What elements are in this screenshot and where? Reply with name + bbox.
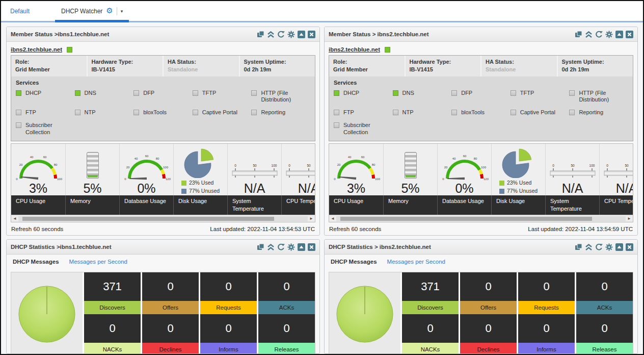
gear-icon[interactable] bbox=[605, 243, 613, 251]
scrollbar-track[interactable] bbox=[18, 216, 308, 221]
stat-value: 0 bbox=[258, 314, 315, 343]
duplicate-icon[interactable] bbox=[575, 243, 582, 251]
svg-text:100: 100 bbox=[375, 178, 381, 181]
duplicate-icon[interactable] bbox=[257, 31, 264, 38]
gauge-value: 3% bbox=[347, 182, 365, 195]
dashboard-tab-bar: Default DHCP Watcher ⚙ ▾ bbox=[1, 1, 643, 22]
collapse-icon[interactable] bbox=[267, 243, 275, 251]
collapse-icon[interactable] bbox=[585, 31, 593, 38]
scroll-left-icon[interactable]: ◄ bbox=[331, 217, 335, 221]
gauge-needle bbox=[447, 178, 465, 180]
service-label: HTTP (File Distribution) bbox=[579, 90, 628, 104]
service-label: HTTP (File Distribution) bbox=[261, 90, 310, 104]
gauge-value: 0% bbox=[455, 182, 473, 195]
svg-text:60: 60 bbox=[145, 155, 148, 158]
service-ftp: FTP bbox=[334, 109, 393, 116]
tab-messages-per-second[interactable]: Messages per Second bbox=[69, 259, 127, 265]
tab-dhcp-messages[interactable]: DHCP Messages bbox=[331, 259, 377, 265]
info-value: Standalone bbox=[486, 66, 553, 73]
svg-text:120: 120 bbox=[165, 178, 171, 181]
svg-text:20: 20 bbox=[126, 166, 129, 169]
horizontal-scrollbar[interactable]: ◄ ► bbox=[11, 215, 315, 222]
dhcp-messages-pie-icon bbox=[335, 284, 395, 344]
info-value: 0d 2h 19m bbox=[244, 66, 311, 73]
scroll-right-icon[interactable]: ► bbox=[627, 217, 631, 221]
legend-unused-label: 77% Unused bbox=[507, 187, 538, 195]
dhcp-messages-block: 371 0 0 0 Discovers Offers Requests ACKs… bbox=[329, 272, 633, 354]
minimize-icon[interactable] bbox=[615, 31, 623, 38]
refresh-icon[interactable] bbox=[277, 31, 285, 38]
panel-title: Member Status > ibns2.techblue.net bbox=[329, 31, 575, 37]
collapse-icon[interactable] bbox=[267, 31, 275, 38]
last-updated-text: Last updated: 2022-11-04 13:54:53 UTC bbox=[210, 226, 315, 232]
svg-text:20: 20 bbox=[19, 163, 23, 166]
gauge-value: 3% bbox=[29, 182, 47, 195]
info-cell-ha: HA Status:Standalone bbox=[481, 56, 557, 77]
legend-used-swatch-icon bbox=[181, 181, 186, 186]
service-label: Reporting bbox=[579, 109, 603, 116]
last-updated-text: Last updated: 2022-11-04 13:54:59 UTC bbox=[528, 226, 633, 232]
refresh-icon[interactable] bbox=[277, 243, 285, 251]
gauge-label: System Temperature bbox=[227, 195, 281, 215]
scroll-left-icon[interactable]: ◄ bbox=[13, 217, 17, 221]
stat-label: ACKs bbox=[258, 301, 315, 314]
service-tftp: TFTP bbox=[193, 90, 252, 104]
tab-dhcp-messages[interactable]: DHCP Messages bbox=[13, 259, 59, 265]
member-link[interactable]: ibns2.techblue.net bbox=[329, 46, 380, 53]
minimize-icon[interactable] bbox=[298, 243, 305, 251]
tab-dhcp-watcher[interactable]: DHCP Watcher ⚙ ▾ bbox=[55, 1, 129, 21]
stat-label: Discovers bbox=[84, 301, 141, 314]
scroll-right-icon[interactable]: ► bbox=[309, 217, 313, 221]
close-icon[interactable] bbox=[308, 243, 315, 251]
gear-icon[interactable] bbox=[605, 31, 613, 38]
member-link-row: ibns2.techblue.net bbox=[11, 44, 315, 55]
tab-settings-gear-icon[interactable]: ⚙ bbox=[106, 7, 113, 15]
refresh-icon[interactable] bbox=[595, 243, 603, 251]
info-value: Standalone bbox=[168, 66, 235, 73]
scrollbar-track[interactable] bbox=[336, 216, 626, 221]
legend-used-swatch-icon bbox=[499, 181, 504, 186]
info-label: Role: bbox=[15, 58, 83, 66]
svg-text:0: 0 bbox=[124, 178, 126, 181]
stat-label: Offers bbox=[142, 301, 199, 314]
stat-value: 0 bbox=[460, 272, 517, 301]
horizontal-scrollbar[interactable]: ◄ ► bbox=[329, 215, 633, 222]
gear-icon[interactable] bbox=[287, 243, 295, 251]
tab-dropdown-caret-icon[interactable]: ▾ bbox=[121, 9, 123, 14]
gauge-label: CPU Temperature bbox=[599, 195, 633, 215]
service-http: HTTP (File Distribution) bbox=[569, 90, 628, 104]
stat-label: Discovers bbox=[402, 301, 459, 314]
service-status-icon bbox=[451, 90, 457, 96]
semicircle-gauge-icon: 020 4060 80100 bbox=[14, 153, 63, 182]
service-subscriber-collection: Subscriber Collection bbox=[16, 122, 75, 136]
close-icon[interactable] bbox=[626, 243, 633, 251]
services-grid: DHCP DNS DFP TFTP HTTP (File Distributio… bbox=[16, 90, 310, 136]
collapse-icon[interactable] bbox=[585, 243, 593, 251]
scrollbar-thumb[interactable] bbox=[340, 217, 592, 221]
linear-gauge-icon: 050100 bbox=[548, 162, 597, 182]
minimize-icon[interactable] bbox=[615, 243, 623, 251]
dhcp-pie-area bbox=[329, 272, 400, 354]
member-link[interactable]: ibns2.techblue.net bbox=[11, 46, 62, 53]
gauge-memory: 5% bbox=[65, 144, 119, 195]
member-panel-body: ibns2.techblue.net Role:Grid Member Hard… bbox=[325, 42, 637, 235]
gauge-label: Disk Usage bbox=[173, 195, 227, 215]
service-ftp: FTP bbox=[16, 109, 75, 116]
tab-default[interactable]: Default bbox=[10, 8, 47, 15]
duplicate-icon[interactable] bbox=[575, 31, 582, 38]
service-label: DFP bbox=[143, 90, 154, 97]
minimize-icon[interactable] bbox=[298, 31, 305, 38]
close-icon[interactable] bbox=[626, 31, 633, 38]
duplicate-icon[interactable] bbox=[257, 243, 264, 251]
svg-text:80: 80 bbox=[54, 163, 58, 166]
scrollbar-thumb[interactable] bbox=[22, 217, 274, 221]
service-dhcp: DHCP bbox=[16, 90, 75, 104]
tab-messages-per-second[interactable]: Messages per Second bbox=[387, 259, 445, 265]
close-icon[interactable] bbox=[308, 31, 315, 38]
panel-toolbar bbox=[575, 243, 633, 251]
member-info-table: Role:Grid Member Hardware Type:IB-V1415 … bbox=[329, 56, 633, 77]
svg-text:100: 100 bbox=[163, 166, 168, 169]
stat-label: Releases bbox=[576, 343, 633, 354]
refresh-icon[interactable] bbox=[595, 31, 603, 38]
gear-icon[interactable] bbox=[287, 31, 295, 38]
